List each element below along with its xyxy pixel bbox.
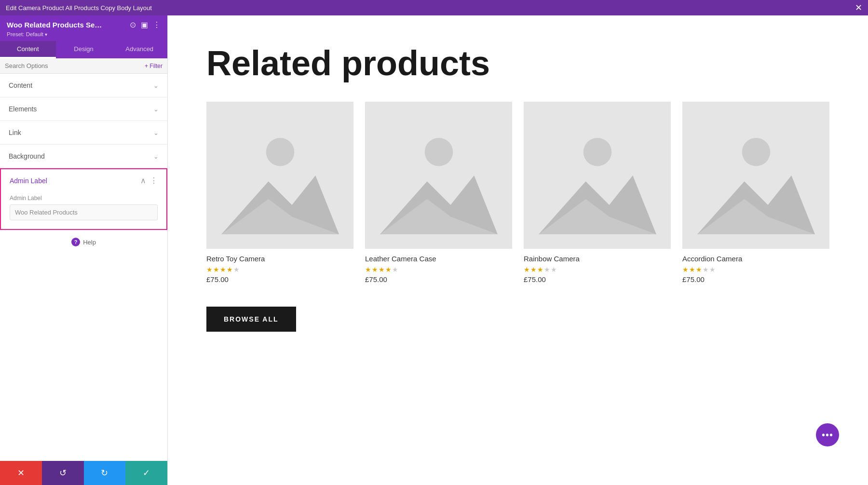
accordion-background-header[interactable]: Background ⌄ (0, 145, 167, 168)
accordion-elements-label: Elements (9, 105, 37, 113)
svg-point-9 (742, 138, 770, 166)
tab-design[interactable]: Design (56, 41, 112, 58)
accordion-elements: Elements ⌄ (0, 97, 167, 121)
admin-label-body: Admin Label (1, 192, 166, 229)
products-grid: Retro Toy Camera ★★★★★ £75.00 Leather Ca… (206, 102, 829, 283)
product-image-3 (524, 102, 671, 249)
product-name-2: Leather Camera Case (365, 255, 512, 263)
top-bar: Edit Camera Product All Products Copy Bo… (0, 0, 868, 15)
product-card-4: Accordion Camera ★★★★★ £75.00 (682, 102, 829, 283)
more-icon[interactable]: ⋮ (153, 20, 161, 29)
filter-button[interactable]: + Filter (145, 63, 163, 69)
product-name-3: Rainbow Camera (524, 255, 671, 263)
layout-icon[interactable]: ▣ (141, 20, 148, 29)
sidebar-header-icons: ⊙ ▣ ⋮ (130, 20, 161, 29)
product-name-4: Accordion Camera (682, 255, 829, 263)
placeholder-svg-1 (221, 117, 339, 234)
admin-label-controls: ∧ ⋮ (140, 176, 158, 185)
accordion-elements-header[interactable]: Elements ⌄ (0, 97, 167, 121)
product-price-1: £75.00 (206, 275, 353, 283)
product-stars-3: ★★★★★ (524, 266, 671, 273)
accordion-content-label: Content (9, 81, 32, 89)
accordion-background: Background ⌄ (0, 145, 167, 168)
help-section[interactable]: ? Help (0, 230, 167, 254)
close-icon[interactable]: ✕ (855, 3, 862, 12)
accordion-content-arrow: ⌄ (153, 82, 159, 89)
cancel-icon: ✕ (17, 468, 25, 478)
admin-label-field-label: Admin Label (10, 195, 158, 202)
accordion-background-label: Background (9, 152, 45, 160)
content-area: Related products Retro Toy Camera ★★★★★ … (168, 15, 868, 485)
svg-point-0 (266, 138, 294, 166)
cancel-button[interactable]: ✕ (0, 461, 42, 485)
search-bar: + Filter (0, 58, 167, 74)
tab-content[interactable]: Content (0, 41, 56, 58)
product-stars-4: ★★★★★ (682, 266, 829, 273)
product-stars-1: ★★★★★ (206, 266, 353, 273)
tab-advanced[interactable]: Advanced (111, 41, 167, 58)
browse-all-button[interactable]: BROWSE ALL (206, 307, 296, 332)
accordion-link: Link ⌄ (0, 121, 167, 145)
bottom-bar: ✕ ↺ ↻ ✓ (0, 461, 167, 485)
product-price-3: £75.00 (524, 275, 671, 283)
save-icon: ✓ (143, 468, 150, 478)
top-bar-title: Edit Camera Product All Products Copy Bo… (6, 4, 152, 12)
accordion-link-header[interactable]: Link ⌄ (0, 121, 167, 144)
preset-label: Preset: Default (7, 31, 43, 37)
product-price-4: £75.00 (682, 275, 829, 283)
product-image-1 (206, 102, 353, 249)
product-stars-2: ★★★★★ (365, 266, 512, 273)
sidebar-spacer (0, 254, 167, 461)
product-price-2: £75.00 (365, 275, 512, 283)
undo-button[interactable]: ↺ (42, 461, 84, 485)
redo-button[interactable]: ↻ (84, 461, 126, 485)
sidebar-header-top: Woo Related Products Setti... ⊙ ▣ ⋮ (7, 20, 161, 29)
search-input[interactable] (5, 62, 141, 69)
accordion-content: Content ⌄ (0, 74, 167, 97)
dots-icon: ••• (822, 430, 833, 441)
redo-icon: ↻ (101, 468, 108, 478)
product-image-2 (365, 102, 512, 249)
svg-point-3 (424, 138, 453, 166)
help-label: Help (83, 239, 96, 246)
sidebar: Woo Related Products Setti... ⊙ ▣ ⋮ Pres… (0, 15, 168, 485)
settings-icon[interactable]: ⊙ (130, 20, 136, 29)
admin-label-section: Admin Label ∧ ⋮ Admin Label (0, 168, 167, 230)
save-button[interactable]: ✓ (125, 461, 167, 485)
accordion-content-header[interactable]: Content ⌄ (0, 74, 167, 97)
main-layout: Woo Related Products Setti... ⊙ ▣ ⋮ Pres… (0, 15, 868, 485)
product-card-3: Rainbow Camera ★★★★★ £75.00 (524, 102, 671, 283)
svg-point-6 (583, 138, 611, 166)
admin-label-section-title: Admin Label (10, 177, 47, 185)
module-title: Woo Related Products Setti... (7, 21, 103, 29)
floating-dots-button[interactable]: ••• (816, 423, 839, 446)
admin-label-collapse-icon[interactable]: ∧ (140, 176, 146, 185)
accordion-link-label: Link (9, 129, 21, 136)
preset-arrow-icon: ▾ (45, 32, 47, 37)
tabs: Content Design Advanced (0, 41, 167, 58)
admin-label-more-icon[interactable]: ⋮ (150, 176, 158, 185)
accordion-elements-arrow: ⌄ (153, 106, 159, 113)
product-image-4 (682, 102, 829, 249)
page-heading: Related products (206, 44, 829, 82)
undo-icon: ↺ (59, 468, 67, 478)
product-card-2: Leather Camera Case ★★★★★ £75.00 (365, 102, 512, 283)
admin-label-header[interactable]: Admin Label ∧ ⋮ (1, 169, 166, 192)
placeholder-svg-4 (697, 117, 815, 234)
help-icon: ? (71, 238, 80, 246)
placeholder-svg-2 (380, 117, 498, 234)
preset-selector[interactable]: Preset: Default ▾ (7, 31, 161, 37)
sidebar-header: Woo Related Products Setti... ⊙ ▣ ⋮ Pres… (0, 15, 167, 41)
placeholder-svg-3 (539, 117, 656, 234)
product-card-1: Retro Toy Camera ★★★★★ £75.00 (206, 102, 353, 283)
accordion-background-arrow: ⌄ (153, 153, 159, 160)
product-name-1: Retro Toy Camera (206, 255, 353, 263)
admin-label-input[interactable] (10, 204, 158, 220)
accordion-link-arrow: ⌄ (153, 129, 159, 136)
